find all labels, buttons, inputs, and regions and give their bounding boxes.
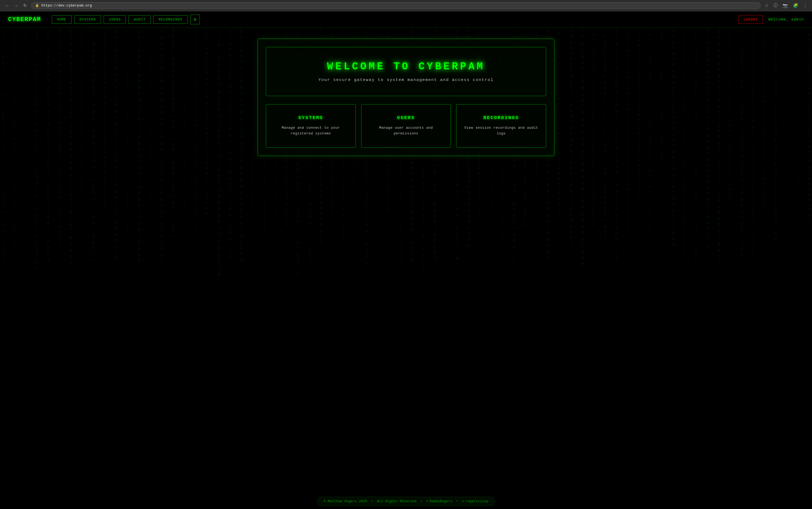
nav-home[interactable]: HOME xyxy=(52,15,71,24)
welcome-subtitle: Your secure gateway to system management… xyxy=(274,78,538,82)
systems-card-desc: Manage and connect to your registered sy… xyxy=(273,125,349,137)
navbar: CYBERPAM HOME SYSTEMS USERS AUDIT RECORD… xyxy=(0,11,812,28)
brand-logo: CYBERPAM xyxy=(8,16,41,23)
welcome-message: Welcome, admin xyxy=(768,17,804,22)
extensions-button[interactable]: 🧩 xyxy=(791,2,800,9)
app-container: CYBERPAM HOME SYSTEMS USERS AUDIT RECORD… xyxy=(0,11,812,505)
browser-chrome: ← → ↻ 🔒 https://dev.cyberpam.org ☆ ⓘ 📷 🧩… xyxy=(0,0,812,11)
systems-card[interactable]: SYSTEMS Manage and connect to your regis… xyxy=(266,104,356,148)
twitter-icon: ✕ xyxy=(462,499,464,503)
github-link[interactable]: ⌥ RamboRogers xyxy=(426,499,452,503)
twitter-label: rogerscissp xyxy=(465,500,488,503)
systems-card-title: SYSTEMS xyxy=(273,115,349,121)
welcome-banner: ボソンフキア一ステノ WELCOME TO CYBERPAM Your secu… xyxy=(266,47,546,96)
cards-row: SYSTEMS Manage and connect to your regis… xyxy=(266,104,546,148)
recordings-card-title: RECORDINGS xyxy=(463,115,539,121)
users-card-desc: Manage user accounts and permissions xyxy=(368,125,444,137)
refresh-button[interactable]: ↻ xyxy=(22,2,28,9)
lock-icon: 🔒 xyxy=(35,3,39,7)
nav-recordings[interactable]: RECORDINGS xyxy=(153,15,187,24)
address-bar[interactable]: 🔒 https://dev.cyberpam.org xyxy=(31,2,761,9)
nav-systems[interactable]: SYSTEMS xyxy=(74,15,101,24)
rights-text: All Rights Reserved xyxy=(377,500,416,503)
welcome-title: WELCOME TO CYBERPAM xyxy=(274,61,538,72)
menu-button[interactable]: ⋮ xyxy=(802,2,809,9)
copyright-text: © Matthew Rogers 2025 xyxy=(324,500,367,503)
users-card[interactable]: USERS Manage user accounts and permissio… xyxy=(361,104,451,148)
footer: © Matthew Rogers 2025 • All Rights Reser… xyxy=(0,494,812,509)
nav-users[interactable]: USERS xyxy=(104,15,126,24)
bookmark-button[interactable]: ☆ xyxy=(764,2,770,9)
back-button[interactable]: ← xyxy=(3,2,11,9)
recordings-card-desc: View session recordings and audit logs xyxy=(463,125,539,137)
footer-dot-3: • xyxy=(456,500,459,503)
outer-panel: ボソンフキア一ステノ WELCOME TO CYBERPAM Your secu… xyxy=(258,39,554,156)
github-label: RamboRogers xyxy=(430,500,452,503)
logout-button[interactable]: LOGOUT xyxy=(739,15,763,24)
browser-actions: ☆ ⓘ 📷 🧩 ⋮ xyxy=(764,2,809,9)
nav-audit[interactable]: AUDIT xyxy=(129,15,150,24)
url-text: https://dev.cyberpam.org xyxy=(41,3,92,7)
info-button[interactable]: ⓘ xyxy=(772,2,779,9)
footer-dot-1: • xyxy=(371,500,373,503)
browser-nav-buttons: ← → ↻ xyxy=(3,2,28,9)
footer-inner: © Matthew Rogers 2025 • All Rights Reser… xyxy=(317,497,495,506)
twitter-link[interactable]: ✕ rogerscissp xyxy=(462,499,488,503)
footer-dot-2: • xyxy=(420,500,422,503)
recordings-card[interactable]: RECORDINGS View session recordings and a… xyxy=(456,104,546,148)
github-icon: ⌥ xyxy=(426,499,428,503)
users-card-title: USERS xyxy=(368,115,444,121)
forward-button[interactable]: → xyxy=(12,2,20,9)
nav-links: HOME SYSTEMS USERS AUDIT RECORDINGS ⚙ xyxy=(52,14,200,24)
screenshot-button[interactable]: 📷 xyxy=(781,2,789,9)
main-content: ボソンフキア一ステノ WELCOME TO CYBERPAM Your secu… xyxy=(0,28,812,167)
settings-button[interactable]: ⚙ xyxy=(190,14,200,24)
